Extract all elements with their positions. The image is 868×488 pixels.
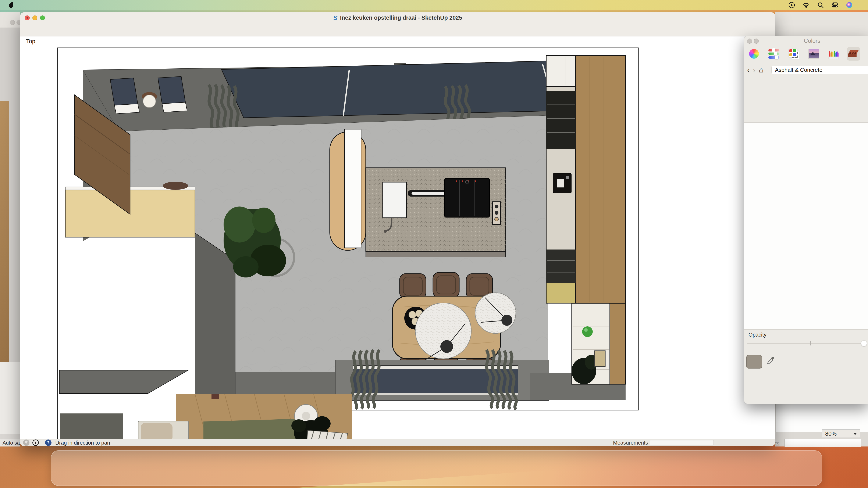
floor-plan-drawing — [20, 36, 775, 439]
zoom-level-dropdown[interactable]: 80% — [822, 429, 860, 438]
pencils-tab[interactable] — [827, 47, 840, 61]
opacity-label: Opacity — [748, 332, 767, 338]
view-name-label: Top — [26, 38, 35, 45]
help-icon[interactable]: ? — [45, 440, 52, 446]
measurements-label: Measurements — [613, 440, 648, 446]
titlebar[interactable]: S Inez keuken opstelling draai - SketchU… — [20, 12, 775, 23]
wifi-icon[interactable] — [803, 1, 810, 9]
background-canvas-floor — [0, 362, 20, 434]
opacity-slider[interactable] — [747, 340, 865, 346]
background-window-toolbar — [775, 12, 868, 36]
colors-panel-titlebar[interactable]: Colors — [744, 36, 868, 46]
background-measurements-input[interactable] — [784, 439, 861, 447]
background-measurements-label: ts — [775, 441, 779, 447]
material-brick-tab[interactable] — [847, 47, 860, 61]
status-bar: i ? Drag in direction to pan Measurement… — [20, 439, 775, 446]
material-collection-dropdown[interactable]: Asphalt & Concrete — [771, 66, 868, 74]
background-window-titlebar — [0, 12, 20, 28]
colors-panel-toolbar — [747, 46, 860, 61]
pantry-unit — [571, 303, 626, 384]
zoom-level-value: 80% — [825, 431, 837, 437]
floor-plan-canvas[interactable]: Top — [20, 36, 775, 439]
screen-mirroring-icon[interactable] — [788, 1, 795, 9]
home-icon[interactable]: ⌂ — [759, 65, 764, 74]
opacity-slider-thumb[interactable] — [861, 340, 867, 346]
colors-panel-nav: ‹ › ⌂ — [747, 65, 763, 75]
status-hint: Drag in direction to pan — [55, 440, 110, 446]
color-palette-tab[interactable] — [787, 47, 801, 61]
background-window-statusbar: 80% ts — [775, 432, 868, 447]
color-sliders-tab[interactable] — [767, 47, 781, 61]
apple-menu-icon[interactable] — [8, 2, 13, 8]
current-color-well[interactable] — [746, 355, 762, 368]
info-icon[interactable]: i — [32, 440, 39, 446]
auto-save-text: Auto sav — [3, 440, 20, 446]
menu-app-name[interactable] — [22, 0, 28, 10]
window-title: Inez keuken opstelling draai - SketchUp … — [340, 14, 462, 21]
measurements-input[interactable] — [650, 440, 714, 446]
menu-bar — [0, 0, 868, 10]
tall-cabinets — [546, 56, 626, 303]
background-window-left-edge[interactable]: Auto sav — [0, 12, 20, 447]
geolocation-icon[interactable] — [23, 440, 29, 446]
dock — [51, 450, 822, 486]
colors-panel-title: Colors — [744, 36, 868, 46]
control-center-icon[interactable] — [831, 1, 839, 9]
forward-icon[interactable]: › — [753, 66, 755, 74]
back-icon[interactable]: ‹ — [747, 66, 749, 74]
image-palette-tab[interactable] — [807, 47, 820, 61]
eyedropper-icon[interactable] — [766, 356, 775, 367]
sketchup-logo-icon: S — [333, 14, 337, 22]
chevron-down-icon — [853, 433, 857, 435]
spotlight-icon[interactable] — [817, 1, 824, 9]
color-wheel-tab[interactable] — [747, 47, 761, 61]
sketchup-window: S Inez keuken opstelling draai - SketchU… — [20, 12, 775, 446]
background-canvas-wood — [0, 101, 9, 362]
background-close-button[interactable] — [10, 20, 15, 25]
siri-icon[interactable] — [846, 1, 853, 9]
divider — [42, 440, 42, 445]
colors-panel: Colors ‹ › ⌂ Asphalt & Concrete Opacity — [744, 36, 868, 404]
background-window-canvas — [776, 402, 868, 432]
toolbar — [20, 23, 775, 36]
material-list-area[interactable] — [744, 123, 868, 330]
collection-name: Asphalt & Concrete — [775, 67, 823, 73]
